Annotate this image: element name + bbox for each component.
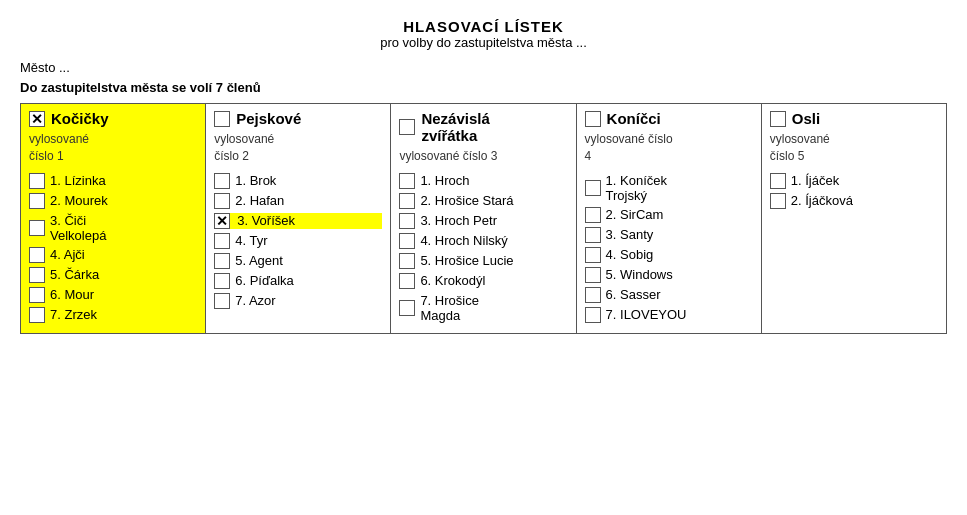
candidate-checkbox[interactable] bbox=[399, 233, 415, 249]
candidate-item: 1. Íjáček bbox=[770, 173, 938, 189]
party-name-pejskove: Pejskové bbox=[236, 110, 301, 127]
candidate-name: 1. Íjáček bbox=[791, 173, 839, 188]
candidate-item: 6. Krokodýl bbox=[399, 273, 567, 289]
candidate-checkbox[interactable] bbox=[585, 180, 601, 196]
party-name-konicci: Koníčci bbox=[607, 110, 661, 127]
candidate-checkbox[interactable] bbox=[29, 193, 45, 209]
party-header-nezavisla: Nezávislázvířátka bbox=[399, 110, 567, 144]
candidate-item: 6. Píďalka bbox=[214, 273, 382, 289]
candidate-checkbox[interactable] bbox=[585, 307, 601, 323]
party-col-konicci: Koníčci vylosované číslo4 1. KoníčekTroj… bbox=[576, 104, 761, 334]
candidate-name: 7. ILOVEYOU bbox=[606, 307, 687, 322]
candidate-name: 7. HrošiceMagda bbox=[420, 293, 479, 323]
drawn-number-konicci: vylosované číslo4 bbox=[585, 131, 753, 165]
candidate-item: 4. Sobig bbox=[585, 247, 753, 263]
party-col-osli: Osli vylosovanéčíslo 5 1. Íjáček 2. Íjáč… bbox=[761, 104, 946, 334]
party-col-pejskove: Pejskové vylosovanéčíslo 2 1. Brok 2. Ha… bbox=[206, 104, 391, 334]
intro-line2: Do zastupitelstva města se volí 7 členů bbox=[20, 78, 261, 98]
party-header-kocicky: ✕ Kočičky bbox=[29, 110, 197, 127]
candidate-checkbox[interactable] bbox=[585, 247, 601, 263]
party-col-kocicky: ✕ Kočičky vylosovanéčíslo 1 1. Lízinka 2… bbox=[21, 104, 206, 334]
candidate-name: 5. Hrošice Lucie bbox=[420, 253, 513, 268]
party-header-osli: Osli bbox=[770, 110, 938, 127]
candidate-item: 6. Mour bbox=[29, 287, 197, 303]
candidate-item: 4. Tyr bbox=[214, 233, 382, 249]
candidate-name: 6. Krokodýl bbox=[420, 273, 485, 288]
ballot-subtitle: pro volby do zastupitelstva města ... bbox=[380, 35, 587, 50]
candidate-checkbox[interactable] bbox=[399, 173, 415, 189]
candidate-checkbox[interactable] bbox=[214, 233, 230, 249]
candidate-name: 1. KoníčekTrojský bbox=[606, 173, 667, 203]
candidate-checkbox[interactable] bbox=[29, 220, 45, 236]
candidate-checkbox[interactable] bbox=[29, 307, 45, 323]
candidate-item: 4. Ajči bbox=[29, 247, 197, 263]
candidate-checkbox[interactable] bbox=[585, 267, 601, 283]
candidate-item: 4. Hroch Nilský bbox=[399, 233, 567, 249]
candidate-checkbox[interactable] bbox=[214, 253, 230, 269]
candidate-name: 6. Mour bbox=[50, 287, 94, 302]
candidate-checkbox[interactable] bbox=[214, 293, 230, 309]
candidate-name: 6. Sasser bbox=[606, 287, 661, 302]
candidate-checkbox[interactable] bbox=[399, 300, 415, 316]
party-checkbox-konicci[interactable] bbox=[585, 111, 601, 127]
candidate-checkbox[interactable] bbox=[399, 273, 415, 289]
candidate-name: 2. Hrošice Stará bbox=[420, 193, 513, 208]
candidate-checkbox[interactable] bbox=[29, 247, 45, 263]
candidate-name: 6. Píďalka bbox=[235, 273, 294, 288]
party-header-pejskove: Pejskové bbox=[214, 110, 382, 127]
candidate-item: 1. KoníčekTrojský bbox=[585, 173, 753, 203]
candidate-checkbox[interactable] bbox=[29, 287, 45, 303]
candidate-checkbox[interactable] bbox=[585, 207, 601, 223]
drawn-number-osli: vylosovanéčíslo 5 bbox=[770, 131, 938, 165]
candidate-item: 2. Mourek bbox=[29, 193, 197, 209]
candidate-item: 3. Santy bbox=[585, 227, 753, 243]
party-checkbox-osli[interactable] bbox=[770, 111, 786, 127]
candidate-checkbox[interactable] bbox=[585, 287, 601, 303]
party-name-kocicky: Kočičky bbox=[51, 110, 109, 127]
candidate-name: 3. ČičiVelkolepá bbox=[50, 213, 106, 243]
candidate-checkbox[interactable] bbox=[399, 193, 415, 209]
candidate-checkbox[interactable] bbox=[214, 193, 230, 209]
party-checkbox-kocicky[interactable]: ✕ bbox=[29, 111, 45, 127]
party-header-konicci: Koníčci bbox=[585, 110, 753, 127]
candidate-checkbox[interactable] bbox=[770, 173, 786, 189]
party-col-nezavisla: Nezávislázvířátka vylosované číslo 3 1. … bbox=[391, 104, 576, 334]
drawn-number-pejskove: vylosovanéčíslo 2 bbox=[214, 131, 382, 165]
candidate-item: 5. Windows bbox=[585, 267, 753, 283]
candidate-checkbox[interactable] bbox=[585, 227, 601, 243]
candidate-name: 4. Hroch Nilský bbox=[420, 233, 507, 248]
candidate-item: 2. Hafan bbox=[214, 193, 382, 209]
ballot-header: HLASOVACÍ LÍSTEK pro volby do zastupitel… bbox=[380, 18, 587, 50]
ballot-table: ✕ Kočičky vylosovanéčíslo 1 1. Lízinka 2… bbox=[20, 103, 947, 334]
candidate-name: 4. Sobig bbox=[606, 247, 654, 262]
candidate-item: 7. Azor bbox=[214, 293, 382, 309]
party-name-nezavisla: Nezávislázvířátka bbox=[421, 110, 489, 144]
candidate-item: 6. Sasser bbox=[585, 287, 753, 303]
candidate-checkbox[interactable] bbox=[770, 193, 786, 209]
candidate-list-nezavisla: 1. Hroch 2. Hrošice Stará 3. Hroch Petr … bbox=[399, 173, 567, 323]
candidate-checkbox[interactable] bbox=[29, 173, 45, 189]
candidate-list-konicci: 1. KoníčekTrojský 2. SirCam 3. Santy 4. … bbox=[585, 173, 753, 323]
intro-section: Město ... Do zastupitelstva města se vol… bbox=[20, 58, 261, 97]
candidate-checkbox[interactable] bbox=[214, 173, 230, 189]
candidate-name: 2. Íjáčková bbox=[791, 193, 853, 208]
candidate-name-vorisek: 3. Voříšek bbox=[235, 213, 297, 228]
candidate-name: 5. Čárka bbox=[50, 267, 99, 282]
candidate-name: 5. Agent bbox=[235, 253, 283, 268]
candidate-item: 3. Hroch Petr bbox=[399, 213, 567, 229]
candidate-checkbox[interactable] bbox=[399, 213, 415, 229]
candidate-list-kocicky: 1. Lízinka 2. Mourek 3. ČičiVelkolepá 4.… bbox=[29, 173, 197, 323]
candidate-name: 2. SirCam bbox=[606, 207, 664, 222]
candidate-name: 2. Mourek bbox=[50, 193, 108, 208]
candidate-list-pejskove: 1. Brok 2. Hafan ✕ 3. Voříšek 4. Tyr 5. … bbox=[214, 173, 382, 309]
candidate-checkbox[interactable] bbox=[29, 267, 45, 283]
candidate-item: 5. Agent bbox=[214, 253, 382, 269]
candidate-checkbox[interactable] bbox=[214, 273, 230, 289]
candidate-checkbox[interactable] bbox=[399, 253, 415, 269]
candidate-name: 1. Hroch bbox=[420, 173, 469, 188]
candidate-checkbox-vorisek[interactable]: ✕ bbox=[214, 213, 230, 229]
party-checkbox-pejskove[interactable] bbox=[214, 111, 230, 127]
party-checkbox-nezavisla[interactable] bbox=[399, 119, 415, 135]
candidate-item: 2. Íjáčková bbox=[770, 193, 938, 209]
ballot-title: HLASOVACÍ LÍSTEK bbox=[380, 18, 587, 35]
